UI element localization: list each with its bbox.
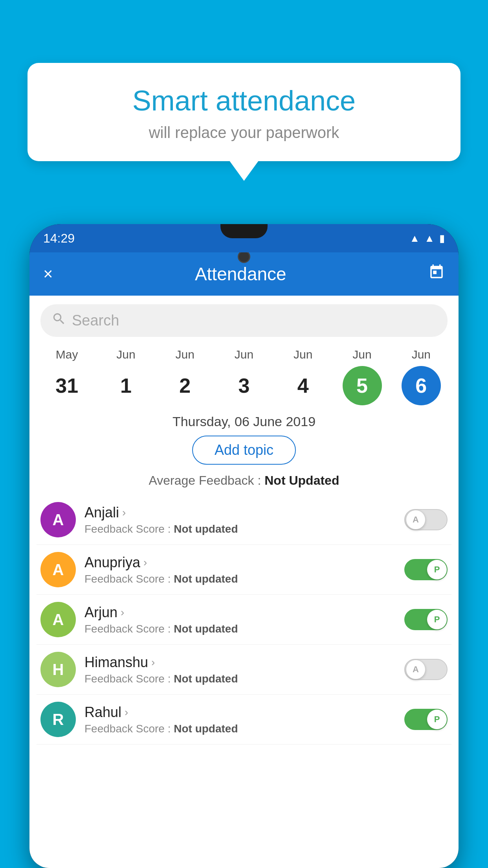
cal-date-number[interactable]: 4 (283, 366, 323, 405)
calendar-day[interactable]: Jun4 (277, 348, 328, 405)
cal-month-label: Jun (412, 348, 431, 361)
student-name[interactable]: Arjun › (84, 604, 396, 621)
calendar-day[interactable]: May31 (41, 348, 92, 405)
cal-date-number[interactable]: 6 (402, 366, 441, 405)
cal-date-number[interactable]: 3 (224, 366, 264, 405)
student-name[interactable]: Anupriya › (84, 554, 396, 571)
cal-date-number[interactable]: 31 (47, 366, 86, 405)
cal-month-label: Jun (116, 348, 135, 361)
attendance-toggle[interactable]: A (404, 509, 448, 530)
feedback-score: Feedback Score : Not updated (84, 673, 396, 685)
student-item: AArjun ›Feedback Score : Not updatedP (37, 595, 451, 645)
calendar-day[interactable]: Jun1 (100, 348, 151, 405)
student-item: HHimanshu ›Feedback Score : Not updatedA (37, 645, 451, 695)
add-topic-button[interactable]: Add topic (192, 436, 296, 465)
student-info[interactable]: Anupriya ›Feedback Score : Not updated (84, 554, 396, 585)
bubble-title: Smart attendance (51, 85, 437, 117)
avg-feedback-value: Not Updated (264, 473, 339, 487)
toggle-knob: P (427, 610, 447, 629)
cal-date-number[interactable]: 2 (165, 366, 205, 405)
calendar-day[interactable]: Jun2 (160, 348, 211, 405)
selected-date-label: Thursday, 06 June 2019 (29, 414, 459, 429)
attendance-toggle[interactable]: P (404, 559, 448, 580)
phone-frame: 14:29 ▲ ▲ ▮ × Attendance Search (29, 224, 459, 868)
status-bar: 14:29 ▲ ▲ ▮ (29, 224, 459, 252)
toggle-knob: P (427, 560, 447, 579)
chevron-icon: › (122, 506, 126, 519)
avg-feedback: Average Feedback : Not Updated (29, 473, 459, 488)
cal-month-label: Jun (294, 348, 312, 361)
avatar: R (40, 702, 76, 737)
cal-month-label: May (56, 348, 78, 361)
feedback-score: Feedback Score : Not updated (84, 723, 396, 735)
chevron-icon: › (121, 606, 124, 619)
cal-month-label: Jun (176, 348, 194, 361)
student-info[interactable]: Rahul ›Feedback Score : Not updated (84, 704, 396, 735)
bubble-subtitle: will replace your paperwork (51, 124, 437, 142)
student-name[interactable]: Himanshu › (84, 654, 396, 671)
toggle-knob: P (427, 710, 447, 729)
student-info[interactable]: Anjali ›Feedback Score : Not updated (84, 504, 396, 535)
search-bar[interactable]: Search (40, 304, 448, 337)
search-placeholder: Search (72, 312, 119, 329)
student-item: RRahul ›Feedback Score : Not updatedP (37, 695, 451, 745)
attendance-toggle[interactable]: P (404, 709, 448, 730)
avg-feedback-label: Average Feedback : (149, 473, 261, 487)
calendar-strip: May31Jun1Jun2Jun3Jun4Jun5Jun6 (29, 344, 459, 405)
student-info[interactable]: Himanshu ›Feedback Score : Not updated (84, 654, 396, 685)
toggle-knob: A (406, 510, 426, 530)
attendance-toggle[interactable]: P (404, 609, 448, 630)
chevron-icon: › (151, 656, 155, 669)
speech-bubble: Smart attendance will replace your paper… (28, 63, 460, 161)
cal-date-number[interactable]: 1 (106, 366, 145, 405)
avatar: A (40, 502, 76, 537)
toggle-knob: A (406, 660, 426, 679)
student-name[interactable]: Rahul › (84, 704, 396, 721)
cal-month-label: Jun (352, 348, 371, 361)
cal-month-label: Jun (235, 348, 253, 361)
avatar: H (40, 652, 76, 687)
close-button[interactable]: × (43, 265, 53, 283)
avatar: A (40, 602, 76, 637)
status-icons: ▲ ▲ ▮ (410, 232, 445, 245)
cal-date-number[interactable]: 5 (343, 366, 382, 405)
feedback-score: Feedback Score : Not updated (84, 573, 396, 585)
attendance-toggle[interactable]: A (404, 659, 448, 680)
calendar-day[interactable]: Jun3 (218, 348, 270, 405)
student-list: AAnjali ›Feedback Score : Not updatedAAA… (29, 495, 459, 745)
student-item: AAnjali ›Feedback Score : Not updatedA (37, 495, 451, 545)
student-item: AAnupriya ›Feedback Score : Not updatedP (37, 545, 451, 595)
calendar-button[interactable] (428, 264, 445, 284)
feedback-score: Feedback Score : Not updated (84, 623, 396, 635)
wifi-icon: ▲ (410, 232, 420, 245)
search-icon (51, 311, 66, 330)
phone-content: Search May31Jun1Jun2Jun3Jun4Jun5Jun6 Thu… (29, 296, 459, 868)
student-name[interactable]: Anjali › (84, 504, 396, 521)
app-bar-title: Attendance (195, 263, 286, 285)
feedback-score: Feedback Score : Not updated (84, 523, 396, 535)
student-info[interactable]: Arjun ›Feedback Score : Not updated (84, 604, 396, 635)
signal-icon: ▲ (424, 232, 435, 245)
chevron-icon: › (125, 706, 128, 719)
calendar-day[interactable]: Jun6 (396, 348, 447, 405)
battery-icon: ▮ (439, 232, 445, 245)
avatar: A (40, 552, 76, 587)
status-time: 14:29 (43, 231, 75, 246)
calendar-day[interactable]: Jun5 (337, 348, 388, 405)
chevron-icon: › (143, 556, 147, 569)
